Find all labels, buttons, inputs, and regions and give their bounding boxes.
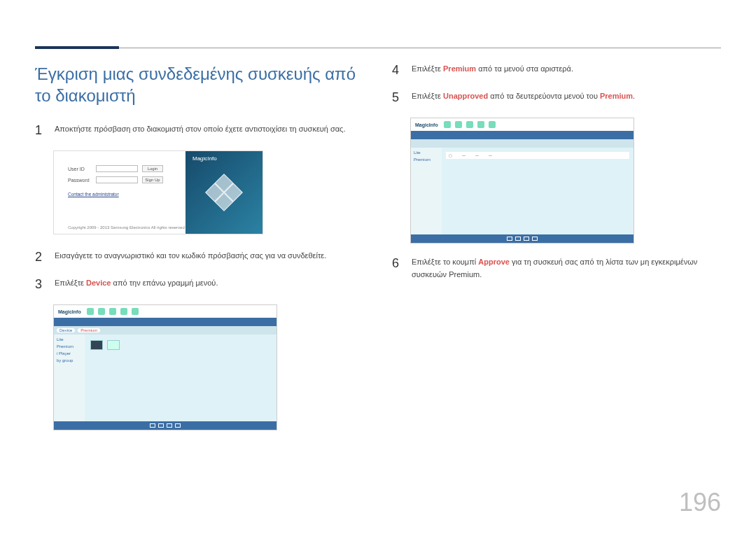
login-button[interactable]: Login	[142, 165, 163, 172]
app-footer	[411, 234, 634, 243]
keyword-premium2: Premium	[600, 92, 633, 100]
step-5: 5 Επιλέξτε Unapproved από τα δευτερεύοντ…	[392, 90, 721, 105]
signup-button[interactable]: Sign Up	[142, 176, 163, 183]
sub-bar	[411, 139, 634, 148]
step3-pre: Επιλέξτε	[55, 279, 86, 287]
toolbar-icon[interactable]	[120, 308, 127, 315]
user-id-input[interactable]	[96, 165, 138, 172]
step-number: 6	[392, 256, 402, 271]
app-main	[85, 335, 276, 421]
step-number: 4	[392, 63, 402, 78]
step4-pre: Επιλέξτε	[412, 64, 443, 73]
tile-icon[interactable]	[90, 340, 103, 350]
row-cell: —	[462, 153, 465, 157]
sidebar: Lite Premium i Player by group	[54, 335, 85, 421]
content-area: Έγκριση μιας συνδεδεμένης συσκευής από τ…	[35, 63, 721, 443]
password-label: Password	[68, 178, 92, 183]
device-row[interactable]: ▢ — — —	[446, 152, 629, 159]
magicinfo-brand: MagicInfo	[192, 155, 217, 162]
chip-premium[interactable]: Premium	[78, 328, 100, 332]
sub-bar: Device Premium	[54, 326, 276, 335]
sidebar-item[interactable]: Premium	[57, 344, 82, 349]
page-number: 196	[679, 488, 721, 517]
step-2: 2 Εισαγάγετε το αναγνωριστικό και τον κω…	[35, 250, 364, 265]
login-screenshot: User ID Login Password Sign Up Contact t…	[53, 150, 263, 234]
step-number: 5	[392, 90, 402, 105]
toolbar-icon[interactable]	[444, 121, 451, 128]
step-text: Αποκτήστε πρόσβαση στο διακομιστή στον ο…	[55, 123, 345, 136]
page-title: Έγκριση μιας συνδεδεμένης συσκευής από τ…	[35, 63, 364, 106]
toolbar-icon[interactable]	[477, 121, 484, 128]
app-brand: MagicInfo	[58, 309, 81, 314]
app-body: Lite Premium i Player by group	[54, 335, 276, 421]
sidebar-item[interactable]: Premium	[414, 157, 439, 162]
unapproved-screenshot: MagicInfo Lite Premium ▢ — — —	[410, 118, 634, 244]
step-1: 1 Αποκτήστε πρόσβαση στο διακομιστή στον…	[35, 123, 364, 138]
toolbar-icons	[444, 121, 496, 128]
row-cell: —	[475, 153, 479, 157]
copyright-text: Copyright 2009 - 2013 Samsung Electronic…	[68, 225, 185, 230]
toolbar-icon[interactable]	[455, 121, 462, 128]
step3-post: από την επάνω γραμμή μενού.	[111, 279, 218, 287]
toolbar-icon[interactable]	[98, 308, 105, 315]
tile-icon[interactable]	[107, 340, 120, 350]
keyword-unapproved: Unapproved	[443, 92, 488, 100]
app-body: Lite Premium ▢ — — —	[411, 148, 634, 234]
toolbar-icons	[87, 308, 139, 315]
login-branding-panel: MagicInfo	[186, 151, 262, 234]
step-3: 3 Επιλέξτε Device από την επάνω γραμμή μ…	[35, 277, 364, 292]
toolbar-icon[interactable]	[466, 121, 473, 128]
sidebar-item[interactable]: i Player	[57, 351, 82, 356]
nav-bar	[54, 318, 276, 326]
left-column: Έγκριση μιας συνδεδεμένης συσκευής από τ…	[35, 63, 364, 443]
right-column: 4 Επιλέξτε Premium από τα μενού στα αρισ…	[392, 63, 721, 443]
app-header: MagicInfo	[411, 118, 634, 131]
toolbar-icon[interactable]	[489, 121, 496, 128]
login-user-row: User ID Login	[68, 165, 163, 172]
tile-row	[90, 340, 120, 350]
step-4: 4 Επιλέξτε Premium από τα μενού στα αρισ…	[392, 63, 721, 78]
step-6: 6 Επιλέξτε το κουμπί Approve για τη συσκ…	[392, 256, 721, 281]
nav-bar	[411, 131, 634, 139]
step-text: Επιλέξτε Premium από τα μενού στα αριστε…	[412, 63, 573, 76]
step-text: Επιλέξτε το κουμπί Approve για τη συσκευ…	[412, 256, 721, 281]
sidebar: Lite Premium	[411, 148, 442, 234]
step5-posta: από τα δευτερεύοντα μενού του	[488, 92, 600, 100]
sidebar-item[interactable]: Lite	[57, 337, 82, 342]
step6-pre: Επιλέξτε το κουμπί	[412, 258, 478, 266]
device-screenshot: MagicInfo Device Premium Lite Premium i …	[53, 304, 277, 430]
toolbar-icon[interactable]	[132, 308, 139, 315]
sidebar-item[interactable]: by group	[57, 358, 82, 363]
step-text: Επιλέξτε Device από την επάνω γραμμή μεν…	[55, 277, 218, 290]
step-text: Εισαγάγετε το αναγνωριστικό και τον κωδι…	[55, 250, 326, 262]
keyword-device: Device	[86, 279, 111, 287]
password-input[interactable]	[96, 176, 138, 183]
step5-pre: Επιλέξτε	[412, 92, 443, 100]
top-rule-accent	[35, 46, 119, 49]
sidebar-item[interactable]: Lite	[414, 150, 439, 155]
app-footer	[54, 421, 276, 430]
row-cell: ▢	[449, 153, 452, 157]
keyword-premium: Premium	[443, 64, 476, 73]
user-id-label: User ID	[68, 167, 92, 171]
toolbar-icon[interactable]	[109, 308, 116, 315]
keyword-approve: Approve	[478, 258, 510, 266]
step-number: 3	[35, 277, 45, 292]
contact-admin-link[interactable]: Contact the administrator	[68, 192, 163, 197]
top-rule	[35, 48, 721, 48]
step5-postb: .	[633, 92, 635, 100]
login-form: User ID Login Password Sign Up Contact t…	[68, 165, 163, 197]
app-main: ▢ — — —	[442, 148, 634, 234]
row-cell: —	[489, 153, 492, 157]
step-number: 2	[35, 250, 45, 265]
app-brand: MagicInfo	[415, 122, 438, 127]
step4-post: από τα μενού στα αριστερά.	[476, 64, 573, 73]
chip-device[interactable]: Device	[57, 328, 75, 332]
toolbar-icon[interactable]	[87, 308, 94, 315]
logo-icon	[205, 174, 243, 212]
app-header: MagicInfo	[54, 305, 276, 318]
login-pass-row: Password Sign Up	[68, 176, 163, 183]
step-text: Επιλέξτε Unapproved από τα δευτερεύοντα …	[412, 90, 635, 103]
step-number: 1	[35, 123, 45, 138]
